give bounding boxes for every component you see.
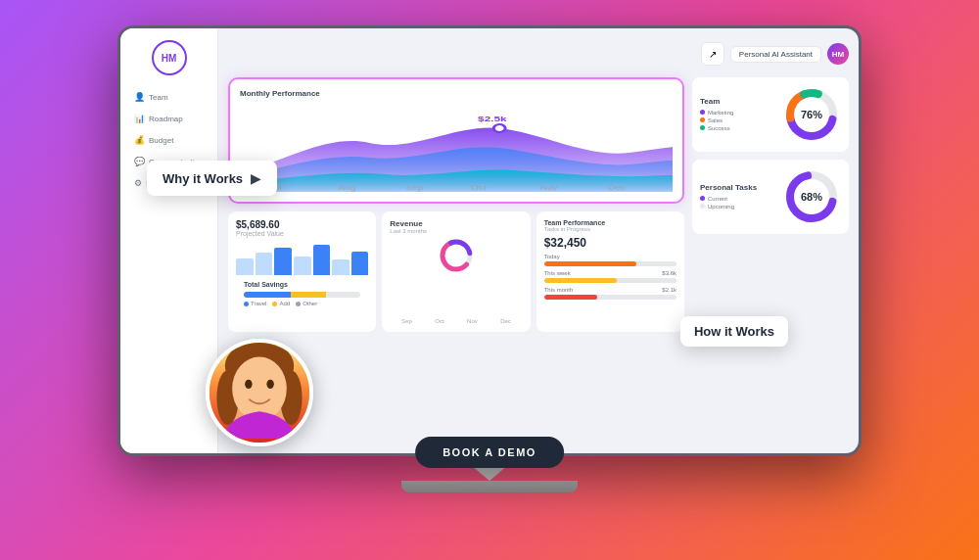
team-donut-chart: 76% <box>782 85 841 144</box>
sidebar-item-roadmap[interactable]: 📊 Roadmap <box>128 109 210 128</box>
team-legend: Marketing Sales Success <box>700 110 774 131</box>
revenue-subtitle: Last 3 months <box>390 228 522 234</box>
svg-point-7 <box>493 124 505 132</box>
team-perf-title: Team Performance <box>544 219 676 226</box>
team-title: Team <box>700 97 774 106</box>
why-it-works-tooltip: Why it Works ▶ <box>147 161 277 196</box>
projected-bar-chart <box>236 241 368 275</box>
svg-point-4 <box>232 357 287 421</box>
legend-success: Success <box>700 125 774 131</box>
svg-text:Nov: Nov <box>539 184 558 192</box>
today-bar <box>544 261 676 266</box>
total-savings-card: Total Savings Travel <box>236 275 368 312</box>
svg-text:$2.5k: $2.5k <box>478 115 507 123</box>
svg-point-6 <box>266 380 273 389</box>
bar-2 <box>256 253 273 275</box>
how-it-works-label: How it Works <box>694 324 774 339</box>
bar-3 <box>274 248 292 275</box>
share-icon: ↗ <box>709 49 717 60</box>
upcoming-dot <box>700 204 705 209</box>
today-label: Today <box>544 254 676 259</box>
legend-travel: Travel <box>244 301 266 306</box>
svg-text:76%: 76% <box>801 109 822 120</box>
progress-week: This week $3.6k <box>544 270 676 283</box>
legend-other: Other <box>296 301 317 306</box>
personal-donut-chart: 68% <box>782 167 841 226</box>
share-button[interactable]: ↗ <box>701 42 724 66</box>
savings-bar <box>244 292 360 298</box>
sidebar: HM 👤 Team 📊 Roadmap 💰 Budget <box>120 28 218 453</box>
month-label: This month <box>544 287 574 293</box>
progress-today: Today <box>544 254 676 266</box>
monitor-base <box>401 481 578 492</box>
team-perf-total: $32,450 <box>544 236 676 250</box>
sidebar-item-team[interactable]: 👤 Team <box>128 87 210 107</box>
sales-dot <box>700 117 705 122</box>
revenue-donut-wrap <box>390 238 522 273</box>
success-dot <box>700 125 705 130</box>
cursor-icon: ▶ <box>251 170 261 186</box>
performance-chart-svg: Jul Aug Sep Oct Nov Dec $2.5k <box>240 104 673 192</box>
settings-icon: ⚙ <box>134 178 142 188</box>
why-it-works-label: Why it Works <box>163 171 243 186</box>
book-demo-button[interactable]: BOOK A DEMO <box>415 437 564 468</box>
legend-add: Add <box>272 301 290 306</box>
ai-assistant-button[interactable]: Personal AI Assistant <box>730 46 821 63</box>
revenue-bars <box>390 277 522 316</box>
sidebar-logo: HM <box>152 40 187 75</box>
personal-title: Personal Tasks <box>700 183 774 192</box>
svg-text:Dec: Dec <box>608 184 627 192</box>
team-card: Team Marketing Sales <box>692 77 849 152</box>
person-avatar-inner <box>210 343 309 443</box>
marketing-label: Marketing <box>708 110 733 116</box>
upcoming-label: Upcoming <box>708 204 734 210</box>
main-content: ↗ Personal AI Assistant HM Monthly Perfo… <box>218 28 859 453</box>
month-fill <box>544 295 597 300</box>
bar-5 <box>313 245 331 276</box>
team-performance-card: Team Performance Tasks in Progress $32,4… <box>536 211 684 332</box>
personal-tasks-card: Personal Tasks Current Upcoming <box>692 160 849 234</box>
sidebar-item-budget[interactable]: 💰 Budget <box>128 130 210 150</box>
monthly-performance-card: Monthly Performance <box>228 77 684 204</box>
roadmap-icon: 📊 <box>134 114 145 123</box>
revenue-card: Revenue Last 3 months <box>382 211 530 332</box>
bar-7 <box>351 252 369 276</box>
marketing-dot <box>700 110 705 115</box>
revenue-donut <box>439 238 474 273</box>
revenue-title: Revenue <box>390 219 522 228</box>
budget-icon: 💰 <box>134 135 145 145</box>
sidebar-budget-label: Budget <box>149 136 173 145</box>
travel-bar <box>244 292 291 298</box>
right-column: Team Marketing Sales <box>692 77 849 443</box>
svg-point-5 <box>245 380 252 389</box>
header-bar: ↗ Personal AI Assistant HM <box>228 38 849 70</box>
week-amount: $3.6k <box>662 270 676 276</box>
rev-label-sep: Sep <box>401 318 412 324</box>
how-it-works-tooltip: How it Works <box>680 316 788 347</box>
projected-value-card: $5,689.60 Projected Value <box>228 211 376 332</box>
svg-text:Oct: Oct <box>471 184 488 192</box>
personal-legend: Current Upcoming <box>700 196 774 210</box>
legend-sales: Sales <box>700 117 774 123</box>
week-header: This week $3.6k <box>544 270 676 278</box>
current-label: Current <box>708 196 727 202</box>
personal-info: Personal Tasks Current Upcoming <box>700 183 774 211</box>
team-info: Team Marketing Sales <box>700 97 774 133</box>
user-avatar: HM <box>827 43 849 65</box>
projected-label: Projected Value <box>236 230 368 237</box>
month-bar <box>544 295 676 300</box>
svg-text:Aug: Aug <box>338 184 355 192</box>
total-savings-title: Total Savings <box>244 281 360 288</box>
rev-labels: Sep Oct Nov Dec <box>390 318 522 324</box>
rev-label-oct: Oct <box>435 318 443 324</box>
legend-marketing: Marketing <box>700 110 774 116</box>
team-icon: 👤 <box>134 92 145 102</box>
legend-upcoming: Upcoming <box>700 204 774 210</box>
sidebar-roadmap-label: Roadmap <box>149 115 183 123</box>
monitor-wrapper: Why it Works ▶ How it Works <box>88 25 891 535</box>
sales-label: Sales <box>708 117 723 123</box>
svg-text:Sep: Sep <box>405 184 423 192</box>
person-illustration <box>210 339 309 443</box>
savings-legend: Travel Add Other <box>244 301 360 306</box>
week-bar <box>544 278 676 283</box>
